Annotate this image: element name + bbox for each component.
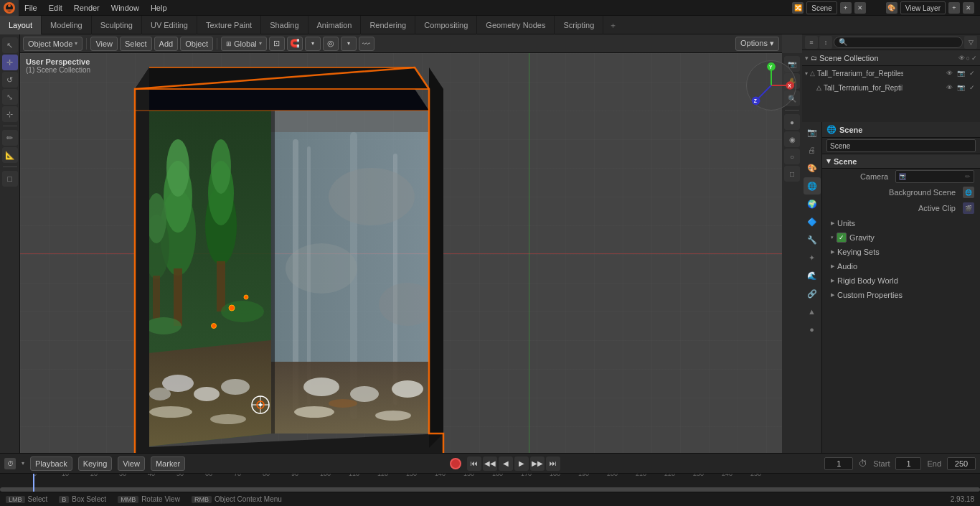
prop-scene-icon[interactable]: 🌐 <box>804 177 821 195</box>
gravity-section-header[interactable]: ▾ ✓ Gravity <box>822 230 980 245</box>
prev-frame-button[interactable]: ◀ <box>499 456 513 471</box>
viewlayer-icon[interactable]: 🎨 <box>886 2 897 14</box>
rigid-body-section-header[interactable]: ▶ Rigid Body World <box>822 273 980 288</box>
vp-material-icon[interactable]: ◉ <box>784 131 800 147</box>
object-mode-button[interactable]: Object Mode ▾ <box>23 37 83 51</box>
col-exclude-icon[interactable]: ✓ <box>971 55 977 62</box>
tab-modeling[interactable]: Modeling <box>42 16 92 34</box>
menu-window[interactable]: Window <box>105 0 145 16</box>
tool-measure[interactable]: 📐 <box>2 147 18 163</box>
tab-layout[interactable]: Layout <box>0 16 42 34</box>
item-cam-icon-1[interactable]: 📷 <box>956 68 966 78</box>
scene-selector[interactable]: Scene <box>806 1 837 14</box>
keying-sets-section-header[interactable]: ▶ Keying Sets <box>822 245 980 259</box>
tab-add-button[interactable]: ＋ <box>603 16 623 34</box>
gizmo-circle[interactable]: X Y Z <box>746 60 796 111</box>
view-menu[interactable]: View <box>118 456 145 471</box>
pivot-button[interactable]: ⊡ <box>269 37 285 51</box>
prop-view-icon[interactable]: 🎨 <box>804 159 821 177</box>
start-value[interactable]: 1 <box>895 457 921 470</box>
prop-edit-options[interactable]: ▾ <box>341 37 357 51</box>
menu-help[interactable]: Help <box>145 0 173 16</box>
tool-annotate[interactable]: ✏ <box>2 130 18 146</box>
playback-menu[interactable]: Playback <box>30 456 72 471</box>
item-check-icon-1[interactable]: ✓ <box>967 68 977 78</box>
prop-modifier-icon[interactable]: 🔧 <box>804 231 821 248</box>
viewport[interactable]: Object Mode ▾ View Select Add Object ⊞ G… <box>20 34 802 453</box>
marker-menu[interactable]: Marker <box>151 456 185 471</box>
outliner-search-input[interactable] <box>834 37 963 48</box>
prop-object-icon[interactable]: 🔷 <box>804 213 821 230</box>
transform-space-button[interactable]: ⊞ Global ▾ <box>221 37 267 51</box>
prop-particles-icon[interactable]: ✦ <box>804 249 821 266</box>
col-eye-icon[interactable]: 👁 <box>958 55 965 62</box>
jump-end-button[interactable]: ⏭ <box>546 456 560 471</box>
camera-field[interactable]: 📷 ✏ <box>895 170 974 183</box>
grease-pencil-button[interactable]: 〰 <box>359 37 374 51</box>
tab-sculpting[interactable]: Sculpting <box>92 16 142 34</box>
item-eye-icon-2[interactable]: 👁 <box>944 83 954 93</box>
prop-constraints-icon[interactable]: 🔗 <box>804 285 821 302</box>
viewlayer-add-icon[interactable]: + <box>948 2 960 14</box>
viewport-gizmo[interactable]: X Y Z <box>746 60 796 111</box>
item-cam-icon-2[interactable]: 📷 <box>956 83 966 93</box>
item-eye-icon-1[interactable]: 👁 <box>944 68 954 78</box>
tab-animation[interactable]: Animation <box>308 16 362 34</box>
tab-rendering[interactable]: Rendering <box>361 16 415 34</box>
tab-texture-paint[interactable]: Texture Paint <box>197 16 261 34</box>
viewlayer-selector[interactable]: View Layer <box>900 1 946 14</box>
jump-start-button[interactable]: ⏮ <box>467 456 481 471</box>
scene-switcher-icon[interactable]: 🔀 <box>792 2 804 14</box>
timeline-scrollbar[interactable] <box>0 487 980 492</box>
scene-name-input[interactable] <box>826 139 976 152</box>
vp-rendermode-icon[interactable]: ● <box>784 114 800 130</box>
menu-render[interactable]: Render <box>68 0 105 16</box>
gravity-checkbox[interactable]: ✓ <box>837 233 847 243</box>
viewlayer-remove-icon[interactable]: ✕ <box>963 2 974 14</box>
tool-add-cube[interactable]: □ <box>2 171 18 187</box>
tab-geometry-nodes[interactable]: Geometry Nodes <box>477 16 555 34</box>
vp-solid-icon[interactable]: ○ <box>784 149 800 164</box>
tool-rotate[interactable]: ↺ <box>2 72 18 88</box>
units-section-header[interactable]: ▶ Units <box>822 216 980 230</box>
prop-data-icon[interactable]: ▲ <box>804 303 821 320</box>
end-value[interactable]: 250 <box>947 457 976 470</box>
timeline-scrubber[interactable]: 0 10 20 30 40 50 60 70 80 90 100 110 120… <box>0 473 980 492</box>
current-frame[interactable]: 1 <box>824 457 853 470</box>
proportional-edit-button[interactable]: ◎ <box>323 37 339 51</box>
prop-world-icon[interactable]: 🌍 <box>804 195 821 212</box>
item-check-icon-2[interactable]: ✓ <box>967 83 977 93</box>
tool-cursor[interactable]: ↖ <box>2 37 18 53</box>
tab-uv-editing[interactable]: UV Editing <box>142 16 197 34</box>
vp-wire-icon[interactable]: □ <box>784 166 800 182</box>
audio-section-header[interactable]: ▶ Audio <box>822 259 980 273</box>
snap-options-button[interactable]: ▾ <box>305 37 321 51</box>
outliner-sort-btn[interactable]: ↕ <box>819 36 832 49</box>
tab-scripting[interactable]: Scripting <box>555 16 603 34</box>
timeline-scrollbar-thumb[interactable] <box>0 487 980 492</box>
scene-remove-icon[interactable]: ✕ <box>854 2 866 14</box>
tab-shading[interactable]: Shading <box>261 16 308 34</box>
custom-props-section-header[interactable]: ▶ Custom Properties <box>822 288 980 302</box>
tool-transform[interactable]: ⊹ <box>2 106 18 122</box>
menu-file[interactable]: File <box>19 0 43 16</box>
select-menu-button[interactable]: Select <box>120 37 152 51</box>
scene-section-header[interactable]: ▾ Scene <box>822 154 980 169</box>
next-frame-button[interactable]: ▶▶ <box>530 456 545 471</box>
keying-menu[interactable]: Keying <box>78 456 113 471</box>
prop-output-icon[interactable]: 🖨 <box>804 141 821 159</box>
add-menu-button[interactable]: Add <box>154 37 179 51</box>
playhead[interactable] <box>33 474 34 492</box>
bg-scene-icon[interactable]: 🌐 <box>963 187 974 198</box>
active-clip-icon[interactable]: 🎬 <box>963 202 974 214</box>
play-button[interactable]: ▶ <box>514 456 529 471</box>
tool-scale[interactable]: ⤡ <box>2 89 18 105</box>
outliner-filter-btn[interactable]: ≡ <box>805 36 818 49</box>
object-menu-button[interactable]: Object <box>180 37 213 51</box>
menu-edit[interactable]: Edit <box>43 0 68 16</box>
record-button[interactable] <box>450 458 461 469</box>
prev-keyframe-button[interactable]: ◀◀ <box>483 456 497 471</box>
prop-physics-icon[interactable]: 🌊 <box>804 267 821 284</box>
tool-move[interactable]: ✛ <box>2 55 18 70</box>
outliner-filter-icon[interactable]: ▽ <box>964 36 977 49</box>
